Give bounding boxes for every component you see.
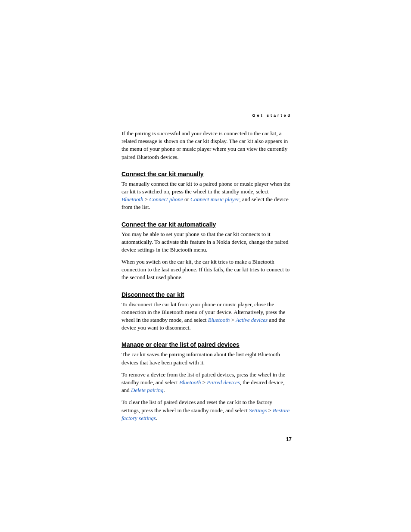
sep: > [143, 196, 149, 202]
page-content: Get started If the pairing is successful… [121, 113, 292, 426]
menu-connect-music: Connect music player [190, 196, 239, 202]
menu-active-devices: Active devices [236, 317, 268, 323]
text: . [164, 387, 165, 393]
menu-delete-pairing: Delete pairing [131, 387, 163, 393]
para-auto-1: You may be able to set your phone so tha… [121, 230, 292, 254]
para-disconnect: To disconnect the car kit from your phon… [121, 301, 292, 332]
menu-bluetooth: Bluetooth [179, 379, 201, 386]
heading-disconnect: Disconnect the car kit [121, 291, 292, 298]
menu-bluetooth: Bluetooth [121, 196, 143, 202]
para-auto-2: When you switch on the car kit, the car … [121, 258, 292, 282]
intro-paragraph: If the pairing is successful and your de… [121, 130, 292, 161]
para-manage-2: To remove a device from the list of pair… [121, 371, 292, 395]
menu-connect-phone: Connect phone [149, 196, 183, 202]
sep: > [267, 407, 273, 414]
running-header: Get started [121, 113, 292, 118]
heading-connect-auto: Connect the car kit automatically [121, 221, 292, 228]
sep: > [230, 317, 236, 323]
para-manage-3: To clear the list of paired devices and … [121, 398, 292, 422]
para-connect-manually: To manually connect the car kit to a pai… [121, 180, 292, 212]
menu-bluetooth: Bluetooth [208, 317, 230, 323]
text: To manually connect the car kit to a pai… [121, 180, 290, 195]
heading-manage-list: Manage or clear the list of paired devic… [121, 341, 292, 348]
text: or [183, 196, 190, 202]
para-manage-1: The car kit saves the pairing informatio… [121, 351, 292, 366]
page-number: 17 [286, 436, 292, 442]
heading-connect-manually: Connect the car kit manually [121, 171, 292, 177]
menu-settings: Settings [249, 407, 267, 414]
sep: > [201, 379, 207, 386]
text: . [156, 415, 157, 421]
menu-paired-devices: Paired devices [207, 379, 240, 386]
